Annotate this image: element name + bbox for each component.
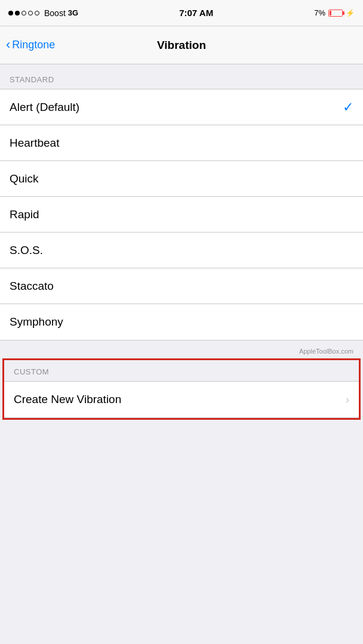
page-title: Vibration (157, 39, 206, 52)
list-item-label: Staccato (10, 280, 54, 293)
battery-icon (328, 10, 343, 17)
list-item-label: Create New Vibration (14, 393, 121, 406)
signal-dot-2 (15, 11, 20, 16)
signal-dot-5 (35, 11, 39, 16)
list-item-create-vibration[interactable]: Create New Vibration › (4, 382, 359, 417)
back-chevron-icon: ‹ (6, 38, 10, 51)
back-label: Ringtone (12, 39, 55, 51)
content-area: STANDARD Alert (Default) ✓ Heartbeat Qui… (0, 64, 363, 420)
battery-percent: 7% (314, 8, 325, 17)
list-item-quick[interactable]: Quick (0, 161, 363, 197)
standard-list: Alert (Default) ✓ Heartbeat Quick Rapid … (0, 89, 363, 340)
list-item-label: Rapid (10, 208, 39, 221)
signal-dots (8, 11, 39, 16)
back-button[interactable]: ‹ Ringtone (6, 39, 55, 51)
list-item-staccato[interactable]: Staccato (0, 268, 363, 304)
lightning-icon: ⚡ (346, 9, 355, 17)
custom-highlight-box: CUSTOM Create New Vibration › (2, 358, 361, 420)
bottom-spacer (0, 420, 363, 456)
list-item-rapid[interactable]: Rapid (0, 197, 363, 233)
custom-list: Create New Vibration › (4, 381, 359, 418)
list-item-label: Symphony (10, 315, 63, 329)
list-item-label: Alert (Default) (10, 101, 79, 114)
signal-dot-3 (21, 11, 26, 16)
list-item-heartbeat[interactable]: Heartbeat (0, 125, 363, 161)
list-item-sos[interactable]: S.O.S. (0, 233, 363, 268)
status-time: 7:07 AM (179, 8, 213, 18)
custom-section-header: CUSTOM (4, 360, 359, 381)
signal-dot-4 (28, 11, 33, 16)
status-bar: Boost 3G 7:07 AM 7% ⚡ (0, 0, 363, 26)
chevron-right-icon: › (346, 394, 349, 406)
status-left: Boost 3G (8, 8, 78, 18)
battery-shell (328, 10, 343, 17)
list-item-label: S.O.S. (10, 244, 43, 257)
checkmark-icon: ✓ (343, 100, 353, 115)
status-right: 7% ⚡ (314, 8, 355, 17)
network-type: 3G (68, 8, 78, 17)
list-item-alert-default[interactable]: Alert (Default) ✓ (0, 89, 363, 125)
custom-section: AppleToolBox.com CUSTOM Create New Vibra… (0, 358, 363, 420)
list-item-label: Quick (10, 172, 39, 185)
signal-dot-1 (8, 11, 13, 16)
credit-text: AppleToolBox.com (299, 348, 353, 355)
battery-fill (330, 11, 331, 16)
standard-section-header: STANDARD (0, 64, 363, 89)
list-item-symphony[interactable]: Symphony (0, 304, 363, 340)
standard-section: STANDARD Alert (Default) ✓ Heartbeat Qui… (0, 64, 363, 340)
carrier-name: Boost (44, 8, 66, 18)
nav-bar: ‹ Ringtone Vibration (0, 26, 363, 64)
list-item-label: Heartbeat (10, 137, 59, 150)
